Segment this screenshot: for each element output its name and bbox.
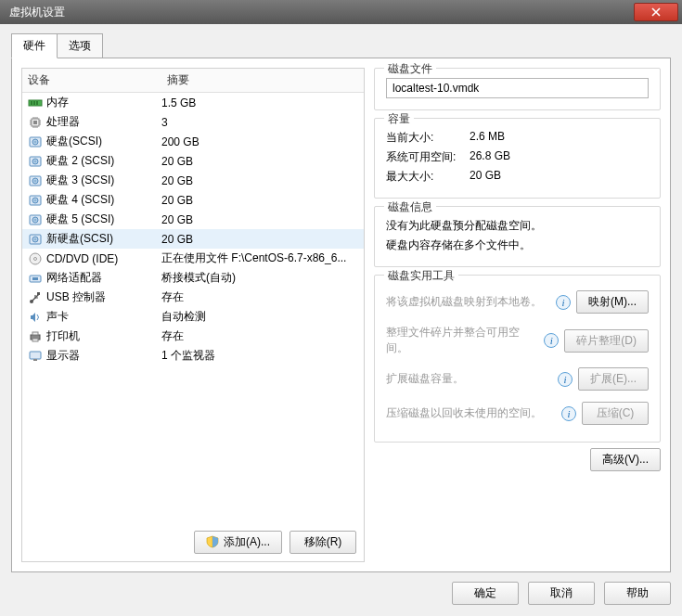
svg-point-14 — [34, 180, 36, 182]
util-map-desc: 将该虚拟机磁盘映射到本地卷。 — [386, 294, 550, 310]
device-name: CD/DVD (IDE) — [46, 252, 118, 265]
net-icon — [28, 271, 43, 286]
device-summary: 存在 — [161, 328, 358, 344]
device-name: 新硬盘(SCSI) — [46, 231, 113, 247]
hardware-row[interactable]: 网络适配器桥接模式(自动) — [22, 268, 364, 288]
hdd-icon — [28, 154, 43, 169]
hardware-row[interactable]: CD/DVD (IDE)正在使用文件 F:\CentOS-6.7-x86_6..… — [22, 249, 364, 268]
disk-info-line1: 没有为此硬盘预分配磁盘空间。 — [386, 216, 649, 236]
hardware-row[interactable]: 硬盘 4 (SCSI)20 GB — [22, 190, 364, 210]
expand-button[interactable]: 扩展(E)... — [578, 367, 649, 391]
hardware-row[interactable]: 硬盘 5 (SCSI)20 GB — [22, 210, 364, 229]
details-panel: 磁盘文件 容量 当前大小:2.6 MB 系统可用空间:26.8 GB 最大大小:… — [374, 68, 661, 562]
info-icon[interactable]: i — [561, 406, 576, 421]
capacity-max-label: 最大大小: — [386, 169, 470, 185]
usb-icon — [28, 290, 43, 305]
cd-icon — [28, 251, 43, 266]
defrag-button[interactable]: 碎片整理(D) — [564, 329, 649, 353]
tab-options[interactable]: 选项 — [57, 33, 103, 58]
device-summary: 存在 — [161, 289, 358, 305]
svg-rect-31 — [32, 332, 38, 335]
titlebar: 虚拟机设置 — [0, 0, 682, 24]
shield-icon — [206, 535, 219, 548]
svg-rect-29 — [37, 292, 40, 295]
svg-rect-27 — [32, 277, 38, 280]
svg-point-23 — [34, 238, 36, 240]
hardware-row[interactable]: 内存1.5 GB — [22, 93, 364, 112]
close-icon — [651, 7, 661, 17]
util-defrag-desc: 整理文件碎片并整合可用空间。 — [386, 325, 538, 356]
disk-info-line2: 硬盘内容存储在多个文件中。 — [386, 236, 649, 255]
group-utilities: 磁盘实用工具 将该虚拟机磁盘映射到本地卷。 i 映射(M)... 整理文件碎片并… — [374, 275, 661, 443]
remove-button[interactable]: 移除(R) — [290, 531, 356, 554]
close-button[interactable] — [634, 3, 678, 21]
hardware-row[interactable]: 硬盘(SCSI)200 GB — [22, 132, 364, 151]
add-button[interactable]: 添加(A)... — [194, 531, 282, 554]
svg-point-25 — [34, 257, 37, 260]
svg-point-20 — [34, 219, 36, 221]
col-summary: 摘要 — [161, 69, 364, 92]
device-summary: 桥接模式(自动) — [161, 270, 358, 286]
sound-icon — [28, 310, 43, 325]
group-capacity: 容量 当前大小:2.6 MB 系统可用空间:26.8 GB 最大大小:20 GB — [374, 118, 661, 199]
device-summary: 20 GB — [161, 155, 358, 168]
hardware-row[interactable]: 新硬盘(SCSI)20 GB — [22, 229, 364, 249]
add-button-label: 添加(A)... — [224, 535, 270, 548]
hardware-row[interactable]: 声卡自动检测 — [22, 307, 364, 327]
info-icon[interactable]: i — [558, 372, 573, 387]
capacity-current-value: 2.6 MB — [470, 130, 649, 146]
cpu-icon — [28, 115, 43, 130]
legend-utilities: 磁盘实用工具 — [384, 268, 458, 284]
device-summary: 20 GB — [161, 213, 358, 226]
hardware-row[interactable]: 处理器3 — [22, 112, 364, 132]
hardware-row[interactable]: 显示器1 个监视器 — [22, 346, 364, 366]
cancel-button[interactable]: 取消 — [528, 582, 595, 605]
device-name: 内存 — [46, 95, 69, 110]
capacity-free-value: 26.8 GB — [470, 149, 649, 165]
device-summary: 20 GB — [161, 194, 358, 207]
group-disk-file: 磁盘文件 — [374, 68, 661, 110]
device-summary: 1.5 GB — [161, 96, 358, 109]
hdd-icon — [28, 193, 43, 208]
device-name: 硬盘 3 (SCSI) — [46, 173, 114, 188]
info-icon[interactable]: i — [544, 333, 559, 348]
hardware-row[interactable]: 打印机存在 — [22, 327, 364, 346]
svg-point-17 — [34, 199, 36, 201]
dialog-footer: 确定 取消 帮助 — [11, 572, 671, 605]
hardware-row[interactable]: 硬盘 2 (SCSI)20 GB — [22, 151, 364, 171]
hdd-icon — [28, 173, 43, 188]
device-name: 硬盘(SCSI) — [46, 134, 102, 149]
hardware-rows[interactable]: 内存1.5 GB处理器3硬盘(SCSI)200 GB硬盘 2 (SCSI)20 … — [22, 93, 364, 523]
display-icon — [28, 349, 43, 364]
ok-button[interactable]: 确定 — [452, 582, 519, 605]
compact-button[interactable]: 压缩(C) — [582, 402, 649, 425]
device-name: 硬盘 5 (SCSI) — [46, 212, 114, 227]
advanced-button[interactable]: 高级(V)... — [590, 448, 661, 471]
info-icon[interactable]: i — [556, 295, 571, 310]
svg-point-11 — [34, 160, 36, 162]
legend-disk-info: 磁盘信息 — [384, 199, 436, 215]
printer-icon — [28, 329, 43, 344]
device-name: 硬盘 4 (SCSI) — [46, 192, 114, 208]
hdd-icon — [28, 212, 43, 227]
device-name: 处理器 — [46, 114, 80, 130]
hdd-icon — [28, 232, 43, 247]
device-name: 显示器 — [46, 348, 80, 364]
tab-hardware[interactable]: 硬件 — [11, 33, 58, 58]
hardware-list-panel: 设备 摘要 内存1.5 GB处理器3硬盘(SCSI)200 GB硬盘 2 (SC… — [21, 68, 365, 562]
device-summary: 正在使用文件 F:\CentOS-6.7-x86_6... — [161, 250, 358, 266]
legend-disk-file: 磁盘文件 — [384, 61, 436, 77]
group-disk-info: 磁盘信息 没有为此硬盘预分配磁盘空间。 硬盘内容存储在多个文件中。 — [374, 206, 661, 267]
map-button[interactable]: 映射(M)... — [576, 290, 649, 314]
disk-file-input[interactable] — [386, 78, 649, 98]
device-name: 打印机 — [46, 328, 80, 344]
device-summary: 20 GB — [161, 233, 358, 246]
memory-icon — [28, 96, 43, 110]
device-summary: 200 GB — [161, 135, 358, 148]
capacity-free-label: 系统可用空间: — [386, 149, 470, 165]
help-button[interactable]: 帮助 — [604, 582, 671, 605]
svg-rect-1 — [31, 101, 32, 105]
svg-rect-3 — [36, 101, 38, 105]
hardware-row[interactable]: 硬盘 3 (SCSI)20 GB — [22, 171, 364, 190]
hardware-row[interactable]: USB 控制器存在 — [22, 288, 364, 307]
